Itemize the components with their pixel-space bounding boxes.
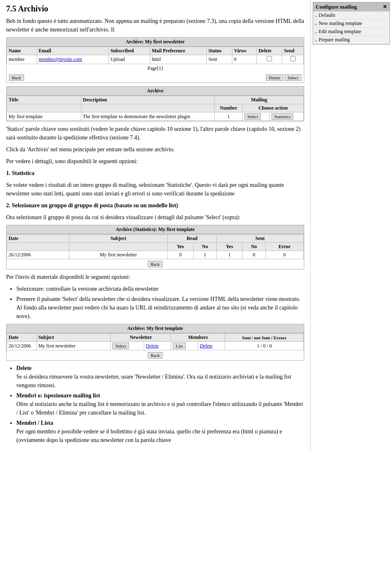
sub-title-empty: [7, 104, 81, 112]
configure-title-label: Configure mailing: [316, 4, 357, 10]
stats-read-yes-val: 0: [167, 251, 193, 259]
arrow-icon-new: »: [315, 21, 317, 26]
archive-select-table: Date Subject Newsletter Members Sent / n…: [7, 333, 304, 350]
delete-button[interactable]: Delete: [266, 74, 283, 81]
archive-select-row: 26/12/2006 My first newsletter Select De…: [7, 342, 304, 350]
page-nav: Page[1]: [7, 64, 304, 73]
template-row: My first template The first template to …: [7, 112, 304, 121]
stats-sub-date: [7, 243, 69, 251]
col-title: Title: [7, 96, 81, 104]
cell-email: member@mysite.com: [37, 55, 109, 64]
stats-error-val: 0: [265, 251, 303, 259]
archive-stats-container: Archive (Statistics): My first template …: [6, 225, 304, 269]
stats-read-no: No: [193, 243, 216, 251]
col-delete: Delete: [256, 47, 282, 55]
bullet-item-1: Selezionare: controllare la versione arc…: [16, 285, 304, 293]
sidebar-item-label-defaults: Defaults: [319, 12, 336, 18]
email-link[interactable]: member@mysite.com: [39, 56, 82, 62]
bullet-list-1: Selezionare: controllare la versione arc…: [16, 285, 304, 321]
col-send: Send: [282, 47, 304, 55]
stats-subject: My first newsletter: [69, 251, 167, 259]
archive1-title: Archive: My first newsletter: [7, 38, 304, 47]
col-subscribed: Subscribed: [109, 47, 150, 55]
archive-select-title: Archive: My first template: [7, 324, 304, 333]
statistica-heading-strong: 1. Statistica: [6, 170, 34, 176]
template-select-button[interactable]: Select: [244, 113, 261, 120]
sel-select-cell: Select: [111, 342, 144, 350]
sel-col-sent: Sent / not Sent / Errors: [225, 334, 304, 342]
sidebar-item-label-prepare: Prepare mailing: [319, 37, 350, 43]
back-button[interactable]: Back: [9, 74, 24, 81]
select-section-text: Ora selezionare il gruppo di posta da cu…: [6, 213, 304, 222]
stats-col-date: Date: [7, 235, 69, 243]
stats-back-button[interactable]: Back: [148, 261, 163, 267]
col-status: Status: [207, 47, 232, 55]
col-email: Email: [37, 47, 109, 55]
stats-col-sent: Sent: [216, 235, 303, 243]
stats-row: 26/12/2006 My first newsletter 0 1 1 0 0: [7, 251, 304, 259]
template-description: The first template to demonstrate the ne…: [81, 112, 214, 121]
sel-sent-ratio: 1 / 0 / 0: [225, 342, 304, 350]
archive1-container: Archive: My first newsletter Name Email …: [6, 37, 304, 83]
col-name: Name: [7, 47, 37, 55]
archive-delete1-link[interactable]: Delete: [146, 343, 158, 349]
template-statistics-button[interactable]: Statistics: [272, 113, 294, 120]
bullet-delete-text: Se si desidera rimuovere la vostra newsl…: [16, 374, 291, 388]
table-row: member member@mysite.com Upload html Sen…: [7, 55, 304, 64]
archive-select-back-container: Back: [7, 350, 304, 360]
sidebar-item-new-mailing-template[interactable]: » New mailing template: [313, 20, 390, 28]
template-select-cell: Select: [243, 112, 270, 121]
delete-checkbox[interactable]: [267, 56, 272, 61]
bullet-membri: Membri / Lista Per ogni membro è possibi…: [16, 419, 304, 444]
stats-table: Date Subject Read Sent Yes No Yes No Err…: [7, 234, 304, 259]
sub-choose: Choose action: [243, 104, 304, 112]
cell-preference: html: [150, 55, 207, 64]
arrow-icon-defaults: »: [315, 13, 317, 18]
sub-desc-empty: [81, 104, 214, 112]
sel-col-newsletter: Newsletter: [111, 334, 171, 342]
configure-title: Configure mailing ✕: [313, 2, 390, 11]
archive-delete2-link[interactable]: Delete: [200, 343, 212, 349]
bullet-item-2: Premere il pulsante 'Select' della newsl…: [16, 295, 304, 321]
arrow-icon-edit: »: [315, 29, 317, 34]
cell-send-check: [282, 55, 304, 64]
bullet-list-2: Delete Se si desidera rimuovere la vostr…: [16, 364, 304, 444]
template-stats-cell: Statistics: [270, 112, 303, 121]
archive-select-back-button[interactable]: Back: [148, 352, 163, 359]
stats-sent-no-val: 0: [243, 251, 266, 259]
archive-section-title: Archive: [7, 87, 304, 96]
select-button[interactable]: Select: [285, 74, 301, 81]
col-mailing: Mailing: [214, 96, 303, 104]
bullet-delete-heading: Delete: [16, 365, 31, 371]
archive-select-button[interactable]: Select: [112, 343, 129, 349]
bullet-membri-heading: Membri / Lista: [16, 420, 53, 426]
sel-list-cell: List: [171, 342, 198, 350]
sidebar-item-edit-mailing-template[interactable]: » Edit mailing template: [313, 28, 390, 36]
stats-date: 26/12/2006: [7, 251, 69, 259]
archive1-table: Name Email Subscribed Mail Preference St…: [7, 47, 304, 64]
text3: Per vedere i dettagli, sono disponibili …: [6, 157, 304, 166]
statistica-heading: 1. Statistica: [6, 169, 304, 177]
intro-text: Beh in fondo questo è tutto automatizzat…: [6, 17, 304, 34]
select-section-strong: 2. Selezionare un gruppo di gruppo di po…: [6, 202, 178, 209]
archive-list-button[interactable]: List: [173, 343, 185, 349]
bullet-membri-text: Per ogni membro è possibile vedere se il…: [16, 428, 282, 443]
page-title: 7.5 Archivio: [6, 4, 304, 13]
col-views: Views: [232, 47, 257, 55]
send-checkbox[interactable]: [290, 56, 296, 61]
sub-number: Number: [214, 104, 243, 112]
archive-section-table: Title Description Mailing Number Choose …: [7, 96, 304, 121]
sidebar-item-defaults[interactable]: » Defaults: [313, 11, 390, 20]
sel-subject: My first newsletter: [36, 342, 111, 350]
sel-col-members: Members: [171, 334, 225, 342]
archive-section-container: Archive Title Description Mailing Number…: [6, 86, 304, 121]
archive-stats-title: Archive (Statistics): My first template: [7, 225, 304, 234]
cell-views: 0: [232, 55, 257, 64]
sidebar-item-prepare-mailing[interactable]: » Prepare mailing: [313, 36, 390, 44]
sidebar: Configure mailing ✕ » Defaults » New mai…: [310, 0, 392, 452]
stats-sent-yes: Yes: [216, 243, 242, 251]
sel-delete1-cell: Delete: [144, 342, 171, 350]
sidebar-item-label-new: New mailing template: [319, 20, 363, 27]
main-content: 7.5 Archivio Beh in fondo questo è tutto…: [0, 0, 310, 452]
sel-delete2-cell: Delete: [198, 342, 225, 350]
